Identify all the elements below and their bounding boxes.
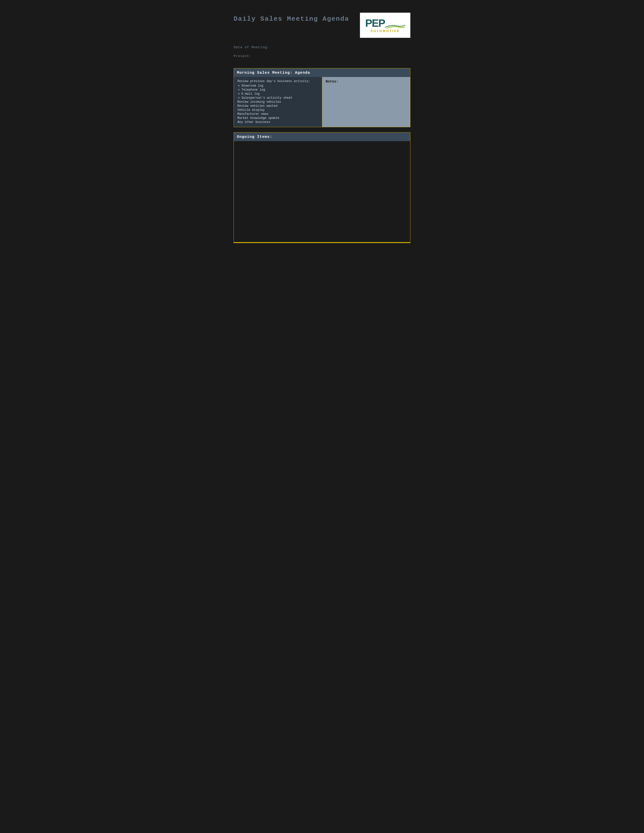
agenda-plain-other: Any other business <box>237 121 319 124</box>
notes-cell: Notes: <box>322 77 411 127</box>
header-area: Daily Sales Meeting Agenda PEP AUTOMOTIV… <box>233 13 411 38</box>
meta-section: Date of Meeting: Present: <box>233 45 411 58</box>
agenda-subitem-showroom: Showroom log <box>237 84 319 88</box>
agenda-plain-incoming: Review incoming vehicles <box>237 100 319 104</box>
date-label: Date of Meeting: <box>233 45 411 49</box>
agenda-subitem-salesperson: Salesperson's activity sheet <box>237 96 319 100</box>
ongoing-header: Ongoing Items: <box>234 132 410 141</box>
ongoing-header-text: Ongoing Items: <box>237 135 272 139</box>
morning-table-header: Morning Sales Meeting: Agenda <box>234 68 411 77</box>
agenda-plain-wanted: Review vehicles wanted <box>237 104 319 108</box>
logo-brand: PEP <box>365 18 385 29</box>
logo-swoosh-icon <box>385 24 405 29</box>
bottom-border <box>233 242 411 243</box>
page: Daily Sales Meeting Agenda PEP AUTOMOTIV… <box>224 5 420 257</box>
morning-meeting-table: Morning Sales Meeting: Agenda Review pre… <box>233 68 411 127</box>
ongoing-body <box>234 141 410 242</box>
agenda-subitem-telephone: Telephone log <box>237 88 319 92</box>
logo-container: PEP AUTOMOTIVE <box>360 13 411 38</box>
agenda-plain-display: Vehicle display <box>237 108 319 112</box>
agenda-subitem-email: E-mail log <box>237 92 319 96</box>
ongoing-section: Ongoing Items: <box>233 132 411 242</box>
agenda-intro: Review previous day's business activity: <box>237 79 319 83</box>
agenda-plain-manufacturer: Manufacturer news <box>237 113 319 116</box>
present-label: Present: <box>233 54 411 58</box>
logo-tagline: AUTOMOTIVE <box>370 29 400 33</box>
notes-label: Notes: <box>326 79 407 84</box>
morning-header-text: Morning Sales Meeting: Agenda <box>237 71 310 75</box>
page-title: Daily Sales Meeting Agenda <box>233 13 349 23</box>
agenda-plain-market: Market knowledge update <box>237 116 319 120</box>
agenda-cell: Review previous day's business activity:… <box>234 77 322 127</box>
